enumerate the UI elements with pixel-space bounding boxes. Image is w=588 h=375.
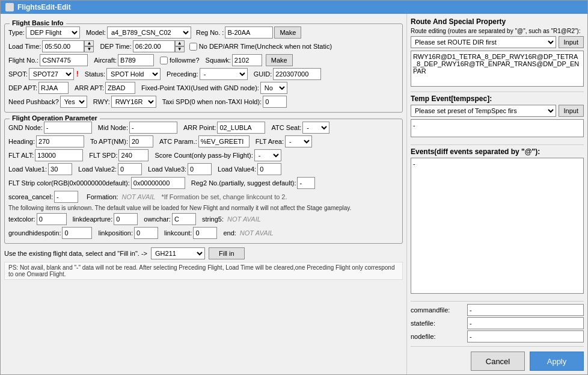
textcolor-row: textcolor: linkdeaprture: ownchar: strin… — [8, 213, 399, 225]
load-time-input[interactable] — [42, 40, 84, 52]
load-value4-label: Load Value4: — [218, 166, 256, 173]
temp-event-select[interactable]: Please set preset of TempSpec firs — [411, 105, 556, 117]
heading-label: Heading: — [8, 138, 35, 145]
load-time-down[interactable]: ▼ — [84, 46, 94, 52]
make-button-2[interactable]: Make — [266, 54, 293, 66]
linkcount-input[interactable] — [193, 227, 217, 239]
flt-alt-row: FLT ALT: FLT SPD: Score Count(only pass-… — [8, 149, 399, 161]
statefile-input[interactable] — [467, 317, 584, 329]
window-icon — [5, 3, 14, 11]
followme-checkbox[interactable] — [160, 57, 168, 64]
flight-no-input[interactable] — [40, 54, 88, 66]
load-time-spinner[interactable]: ▲ ▼ — [42, 40, 94, 52]
load-value3-input[interactable] — [188, 163, 212, 175]
apply-button[interactable]: Apply — [530, 352, 584, 371]
gnd-node-input[interactable] — [44, 122, 92, 134]
unknown-note: The following items is unknown. The defa… — [8, 205, 351, 211]
make-button-1[interactable]: Make — [274, 26, 301, 39]
followme-checkbox-label[interactable]: followme? — [160, 57, 200, 64]
heading-input[interactable] — [36, 135, 84, 147]
flt-area-select[interactable]: - — [285, 135, 312, 147]
taxi-spd-input[interactable] — [263, 96, 287, 108]
type-select[interactable]: DEP Flight — [26, 26, 80, 39]
events-section: Events(diff events separated by "@"): - — [411, 147, 584, 296]
content-area: Flight Basic Info Type: DEP Flight Model… — [1, 14, 587, 374]
mid-node-input[interactable] — [129, 122, 177, 134]
linkdeaprture-input[interactable] — [114, 213, 138, 225]
commandfile-input[interactable] — [467, 304, 584, 316]
flt-spd-input[interactable] — [118, 149, 149, 161]
nodefile-input[interactable] — [467, 330, 584, 342]
reg2-label: Reg2 No.(partially, suggest default): — [191, 179, 296, 187]
squawk-label: Squawk: — [206, 57, 231, 64]
atc-param-input[interactable] — [198, 135, 250, 147]
arr-point-input[interactable] — [217, 122, 265, 134]
fill-in-button[interactable]: Fill in — [209, 247, 245, 259]
rwy-select[interactable]: RWY16R — [111, 96, 156, 108]
statefile-label: statefile: — [411, 320, 465, 327]
load-value2-input[interactable] — [118, 163, 142, 175]
status-label: Status: — [85, 70, 105, 78]
flt-alt-input[interactable] — [35, 149, 83, 161]
flight-no-label: Flight No.: — [8, 57, 38, 64]
fixed-point-select[interactable]: No — [260, 82, 287, 94]
squawk-input[interactable] — [232, 54, 262, 66]
dep-time-spinner-btns: ▲ ▼ — [175, 40, 185, 52]
to-apt-input[interactable] — [129, 135, 153, 147]
load-time-up[interactable]: ▲ — [84, 40, 94, 46]
arr-apt-input[interactable] — [105, 82, 135, 94]
dep-time-spinner[interactable]: ▲ ▼ — [133, 40, 185, 52]
score-count-select[interactable]: - — [254, 149, 281, 161]
fill-in-row: Use the existing flight data, select and… — [4, 247, 403, 259]
reg-no-input[interactable] — [225, 26, 273, 39]
load-time-label: Load Time: — [8, 43, 41, 50]
atc-seat-select[interactable]: - — [302, 122, 329, 134]
load-value2-label: Load Value2: — [78, 166, 117, 173]
no-dep-arr-checkbox[interactable] — [189, 43, 197, 51]
flt-area-label: FLT Area: — [256, 138, 284, 145]
dep-time-down[interactable]: ▼ — [175, 46, 185, 52]
to-apt-label: To APT(NM): — [90, 138, 128, 145]
need-pushback-select[interactable]: Yes — [60, 96, 87, 108]
load-value1-input[interactable] — [48, 163, 72, 175]
fill-in-select[interactable]: GH211 — [151, 247, 205, 259]
ownchar-input[interactable] — [172, 213, 196, 225]
events-title: Events(diff events separated by "@"): — [411, 147, 584, 156]
end-label: end: — [223, 229, 236, 237]
arr-apt-label: ARR APT: — [75, 84, 104, 91]
scorea-cancel-input[interactable] — [54, 191, 78, 203]
status-select[interactable]: SPOT Hold — [106, 68, 161, 80]
dep-apt-label: DEP APT: — [8, 84, 37, 91]
temp-event-section: Temp Event[tempspec]: Please set preset … — [411, 95, 584, 140]
textcolor-input[interactable] — [37, 213, 67, 225]
dep-apt-input[interactable] — [38, 82, 69, 94]
guid-label: GUID: — [254, 70, 272, 78]
aircraft-input[interactable] — [118, 54, 154, 66]
fill-in-label: Use the existing flight data, select and… — [4, 250, 147, 257]
route-select-row: Please set ROUTE DIR first Input — [411, 36, 584, 48]
load-value4-input[interactable] — [257, 163, 281, 175]
dep-time-up[interactable]: ▲ — [175, 40, 185, 46]
rwy-label: RWY: — [93, 98, 110, 105]
exclaim-icon: ! — [76, 70, 79, 78]
groundhidespotin-input[interactable] — [62, 227, 92, 239]
flt-spd-label: FLT SPD: — [89, 152, 117, 159]
reg2-input[interactable] — [297, 177, 315, 189]
flt-strip-input[interactable] — [131, 177, 185, 189]
preceding-label: Preceding: — [167, 70, 198, 78]
linkposition-input[interactable] — [134, 227, 158, 239]
model-select[interactable]: a4_B789_CSN_C02 — [107, 26, 191, 39]
route-dir-select[interactable]: Please set ROUTE DIR first — [411, 36, 556, 48]
preceding-select[interactable]: - — [200, 68, 248, 80]
route-input-button[interactable]: Input — [559, 36, 584, 48]
spot-status-row: SPOT: SPOT27 ! Status: SPOT Hold Precedi… — [8, 68, 399, 80]
statefile-row: statefile: — [411, 317, 584, 329]
action-buttons-row: Cancel Apply — [411, 352, 584, 371]
title-bar: FlightsEdit-Edit — [1, 1, 587, 14]
temp-event-input-button[interactable]: Input — [559, 105, 584, 117]
spot-select[interactable]: SPOT27 — [29, 68, 74, 80]
no-dep-arr-checkbox-label[interactable]: No DEP/ARR Time(Uncheck when not Static) — [189, 43, 332, 51]
cancel-button[interactable]: Cancel — [471, 352, 525, 371]
guid-input[interactable] — [273, 68, 321, 80]
dep-time-input[interactable] — [133, 40, 175, 52]
